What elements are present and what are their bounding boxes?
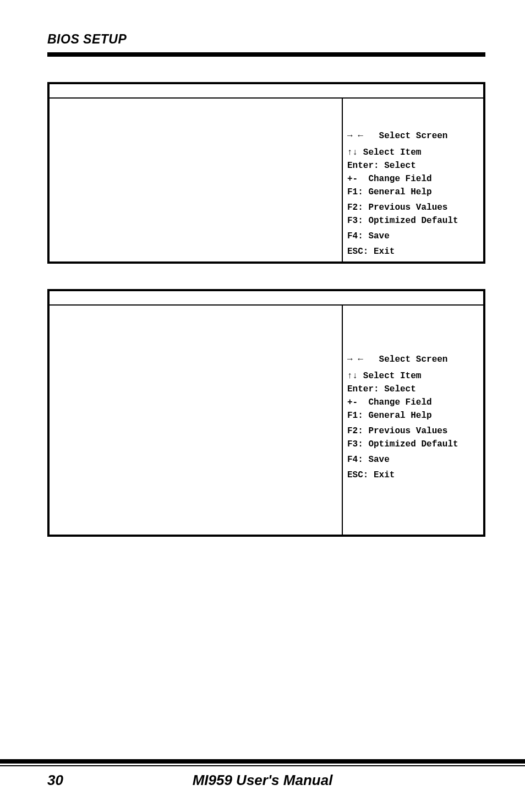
- help-change-field: +- Change Field: [347, 172, 479, 186]
- page-number: 30: [47, 772, 63, 789]
- help-select-screen: → ← Select Screen: [347, 129, 479, 143]
- page-section-title: BIOS SETUP: [47, 32, 485, 47]
- bios-panel-a-titlebar: [50, 84, 483, 99]
- help-general-help: F1: General Help: [347, 409, 479, 422]
- bios-panel-b-help: → ← Select Screen ↑↓ Select Item Enter: …: [343, 306, 483, 535]
- help-select-item: ↑↓ Select Item: [347, 369, 479, 383]
- footer-divider-thick: [0, 759, 525, 764]
- bios-panel-b: → ← Select Screen ↑↓ Select Item Enter: …: [47, 289, 485, 537]
- footer-title: MI959 User's Manual: [193, 772, 333, 789]
- header-divider: [47, 52, 485, 57]
- help-select-item: ↑↓ Select Item: [347, 146, 479, 159]
- bios-panel-a: → ← Select Screen ↑↓ Select Item Enter: …: [47, 82, 485, 264]
- help-save: F4: Save: [347, 453, 479, 466]
- bios-panel-a-help: → ← Select Screen ↑↓ Select Item Enter: …: [343, 99, 483, 261]
- help-opt-default: F3: Optimized Default: [347, 438, 479, 451]
- help-select-screen: → ← Select Screen: [347, 353, 479, 366]
- help-enter: Enter: Select: [347, 383, 479, 396]
- help-save: F4: Save: [347, 230, 479, 243]
- help-prev-values: F2: Previous Values: [347, 201, 479, 214]
- help-change-field: +- Change Field: [347, 396, 479, 409]
- footer-divider-thin: [0, 765, 525, 766]
- help-general-help: F1: General Help: [347, 186, 479, 199]
- bios-panel-b-titlebar: [50, 291, 483, 306]
- bios-panel-b-content: [50, 306, 343, 535]
- help-opt-default: F3: Optimized Default: [347, 214, 479, 227]
- help-prev-values: F2: Previous Values: [347, 424, 479, 438]
- bios-panel-a-content: [50, 99, 343, 261]
- help-exit: ESC: Exit: [347, 468, 479, 482]
- page-footer: 30 MI959 User's Manual: [0, 759, 525, 789]
- help-exit: ESC: Exit: [347, 245, 479, 258]
- help-enter: Enter: Select: [347, 159, 479, 172]
